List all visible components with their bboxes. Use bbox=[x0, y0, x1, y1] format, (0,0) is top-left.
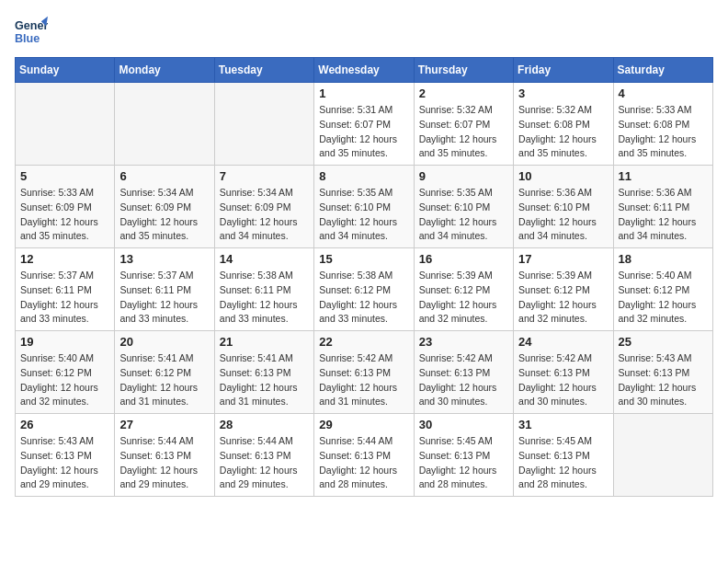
calendar-cell: 11Sunrise: 5:36 AM Sunset: 6:11 PM Dayli… bbox=[613, 166, 712, 248]
calendar-cell: 2Sunrise: 5:32 AM Sunset: 6:07 PM Daylig… bbox=[414, 83, 513, 166]
calendar-cell: 23Sunrise: 5:42 AM Sunset: 6:13 PM Dayli… bbox=[414, 331, 513, 414]
day-header-thursday: Thursday bbox=[414, 58, 513, 83]
calendar-cell: 31Sunrise: 5:45 AM Sunset: 6:13 PM Dayli… bbox=[514, 414, 613, 497]
day-info: Sunrise: 5:35 AM Sunset: 6:10 PM Dayligh… bbox=[419, 186, 508, 244]
calendar-cell: 27Sunrise: 5:44 AM Sunset: 6:13 PM Dayli… bbox=[115, 414, 214, 497]
logo-icon: General Blue bbox=[15, 15, 48, 48]
calendar-cell: 29Sunrise: 5:44 AM Sunset: 6:13 PM Dayli… bbox=[314, 414, 414, 497]
day-info: Sunrise: 5:44 AM Sunset: 6:13 PM Dayligh… bbox=[220, 434, 309, 492]
day-info: Sunrise: 5:36 AM Sunset: 6:11 PM Dayligh… bbox=[619, 186, 708, 244]
calendar-cell: 9Sunrise: 5:35 AM Sunset: 6:10 PM Daylig… bbox=[414, 166, 513, 248]
calendar-cell: 30Sunrise: 5:45 AM Sunset: 6:13 PM Dayli… bbox=[414, 414, 513, 497]
day-number: 25 bbox=[619, 335, 708, 349]
day-info: Sunrise: 5:40 AM Sunset: 6:12 PM Dayligh… bbox=[20, 351, 109, 409]
day-info: Sunrise: 5:39 AM Sunset: 6:12 PM Dayligh… bbox=[419, 269, 508, 327]
day-info: Sunrise: 5:32 AM Sunset: 6:08 PM Dayligh… bbox=[518, 103, 608, 161]
day-info: Sunrise: 5:34 AM Sunset: 6:09 PM Dayligh… bbox=[119, 186, 209, 244]
day-header-friday: Friday bbox=[514, 58, 613, 83]
week-row-5: 26Sunrise: 5:43 AM Sunset: 6:13 PM Dayli… bbox=[16, 414, 713, 497]
calendar-cell: 22Sunrise: 5:42 AM Sunset: 6:13 PM Dayli… bbox=[314, 331, 414, 414]
day-number: 5 bbox=[20, 169, 109, 183]
calendar-cell: 16Sunrise: 5:39 AM Sunset: 6:12 PM Dayli… bbox=[414, 248, 513, 331]
day-info: Sunrise: 5:39 AM Sunset: 6:12 PM Dayligh… bbox=[518, 269, 608, 327]
day-number: 8 bbox=[319, 169, 408, 183]
calendar-cell: 7Sunrise: 5:34 AM Sunset: 6:09 PM Daylig… bbox=[214, 166, 313, 248]
calendar-cell: 8Sunrise: 5:35 AM Sunset: 6:10 PM Daylig… bbox=[314, 166, 414, 248]
calendar-cell: 3Sunrise: 5:32 AM Sunset: 6:08 PM Daylig… bbox=[514, 83, 613, 166]
day-number: 1 bbox=[319, 86, 408, 100]
day-number: 19 bbox=[20, 335, 109, 349]
day-number: 23 bbox=[419, 335, 508, 349]
week-row-1: 1Sunrise: 5:31 AM Sunset: 6:07 PM Daylig… bbox=[16, 83, 713, 166]
calendar-cell: 17Sunrise: 5:39 AM Sunset: 6:12 PM Dayli… bbox=[514, 248, 613, 331]
day-number: 28 bbox=[220, 418, 309, 431]
calendar-cell: 10Sunrise: 5:36 AM Sunset: 6:10 PM Dayli… bbox=[514, 166, 613, 248]
day-info: Sunrise: 5:43 AM Sunset: 6:13 PM Dayligh… bbox=[619, 351, 708, 409]
day-number: 6 bbox=[119, 169, 209, 183]
day-number: 12 bbox=[20, 252, 109, 266]
day-number: 22 bbox=[319, 335, 408, 349]
day-info: Sunrise: 5:34 AM Sunset: 6:09 PM Dayligh… bbox=[220, 186, 309, 244]
day-number: 4 bbox=[619, 86, 708, 100]
calendar-cell: 26Sunrise: 5:43 AM Sunset: 6:13 PM Dayli… bbox=[16, 414, 115, 497]
calendar-cell: 25Sunrise: 5:43 AM Sunset: 6:13 PM Dayli… bbox=[613, 331, 712, 414]
day-number: 29 bbox=[319, 418, 408, 431]
logo: General Blue bbox=[15, 15, 48, 48]
week-row-2: 5Sunrise: 5:33 AM Sunset: 6:09 PM Daylig… bbox=[16, 166, 713, 248]
calendar-cell: 15Sunrise: 5:38 AM Sunset: 6:12 PM Dayli… bbox=[314, 248, 414, 331]
day-info: Sunrise: 5:35 AM Sunset: 6:10 PM Dayligh… bbox=[319, 186, 408, 244]
day-number: 11 bbox=[619, 169, 708, 183]
week-row-4: 19Sunrise: 5:40 AM Sunset: 6:12 PM Dayli… bbox=[16, 331, 713, 414]
calendar-cell bbox=[214, 83, 313, 166]
day-info: Sunrise: 5:42 AM Sunset: 6:13 PM Dayligh… bbox=[419, 351, 508, 409]
day-number: 16 bbox=[419, 252, 508, 266]
day-info: Sunrise: 5:36 AM Sunset: 6:10 PM Dayligh… bbox=[518, 186, 608, 244]
page-header: General Blue bbox=[15, 15, 713, 48]
day-info: Sunrise: 5:42 AM Sunset: 6:13 PM Dayligh… bbox=[518, 351, 608, 409]
day-number: 18 bbox=[619, 252, 708, 266]
day-info: Sunrise: 5:45 AM Sunset: 6:13 PM Dayligh… bbox=[419, 434, 508, 492]
calendar-cell: 18Sunrise: 5:40 AM Sunset: 6:12 PM Dayli… bbox=[613, 248, 712, 331]
calendar-cell: 28Sunrise: 5:44 AM Sunset: 6:13 PM Dayli… bbox=[214, 414, 313, 497]
day-number: 15 bbox=[319, 252, 408, 266]
day-info: Sunrise: 5:37 AM Sunset: 6:11 PM Dayligh… bbox=[20, 269, 109, 327]
day-info: Sunrise: 5:37 AM Sunset: 6:11 PM Dayligh… bbox=[119, 269, 209, 327]
day-header-tuesday: Tuesday bbox=[214, 58, 313, 83]
day-info: Sunrise: 5:44 AM Sunset: 6:13 PM Dayligh… bbox=[319, 434, 408, 492]
day-number: 24 bbox=[518, 335, 608, 349]
calendar-cell: 14Sunrise: 5:38 AM Sunset: 6:11 PM Dayli… bbox=[214, 248, 313, 331]
calendar-cell bbox=[115, 83, 214, 166]
day-number: 10 bbox=[518, 169, 608, 183]
calendar-cell: 13Sunrise: 5:37 AM Sunset: 6:11 PM Dayli… bbox=[115, 248, 214, 331]
day-info: Sunrise: 5:41 AM Sunset: 6:12 PM Dayligh… bbox=[119, 351, 209, 409]
day-info: Sunrise: 5:41 AM Sunset: 6:13 PM Dayligh… bbox=[220, 351, 309, 409]
day-header-wednesday: Wednesday bbox=[314, 58, 414, 83]
day-number: 31 bbox=[518, 418, 608, 431]
calendar-cell: 6Sunrise: 5:34 AM Sunset: 6:09 PM Daylig… bbox=[115, 166, 214, 248]
day-info: Sunrise: 5:40 AM Sunset: 6:12 PM Dayligh… bbox=[619, 269, 708, 327]
day-number: 3 bbox=[518, 86, 608, 100]
day-number: 21 bbox=[220, 335, 309, 349]
day-number: 20 bbox=[119, 335, 209, 349]
day-number: 2 bbox=[419, 86, 508, 100]
day-number: 30 bbox=[419, 418, 508, 431]
calendar-cell: 21Sunrise: 5:41 AM Sunset: 6:13 PM Dayli… bbox=[214, 331, 313, 414]
calendar-cell: 19Sunrise: 5:40 AM Sunset: 6:12 PM Dayli… bbox=[16, 331, 115, 414]
calendar-table: SundayMondayTuesdayWednesdayThursdayFrid… bbox=[15, 57, 713, 497]
day-info: Sunrise: 5:43 AM Sunset: 6:13 PM Dayligh… bbox=[20, 434, 109, 492]
day-number: 14 bbox=[220, 252, 309, 266]
calendar-cell bbox=[16, 83, 115, 166]
day-info: Sunrise: 5:45 AM Sunset: 6:13 PM Dayligh… bbox=[518, 434, 608, 492]
day-number: 26 bbox=[20, 418, 109, 431]
day-header-monday: Monday bbox=[115, 58, 214, 83]
day-info: Sunrise: 5:38 AM Sunset: 6:12 PM Dayligh… bbox=[319, 269, 408, 327]
day-header-saturday: Saturday bbox=[613, 58, 712, 83]
calendar-cell bbox=[613, 414, 712, 497]
week-row-3: 12Sunrise: 5:37 AM Sunset: 6:11 PM Dayli… bbox=[16, 248, 713, 331]
day-header-sunday: Sunday bbox=[16, 58, 115, 83]
day-headers-row: SundayMondayTuesdayWednesdayThursdayFrid… bbox=[16, 58, 713, 83]
calendar-cell: 20Sunrise: 5:41 AM Sunset: 6:12 PM Dayli… bbox=[115, 331, 214, 414]
calendar-cell: 1Sunrise: 5:31 AM Sunset: 6:07 PM Daylig… bbox=[314, 83, 414, 166]
calendar-cell: 5Sunrise: 5:33 AM Sunset: 6:09 PM Daylig… bbox=[16, 166, 115, 248]
calendar-cell: 4Sunrise: 5:33 AM Sunset: 6:08 PM Daylig… bbox=[613, 83, 712, 166]
